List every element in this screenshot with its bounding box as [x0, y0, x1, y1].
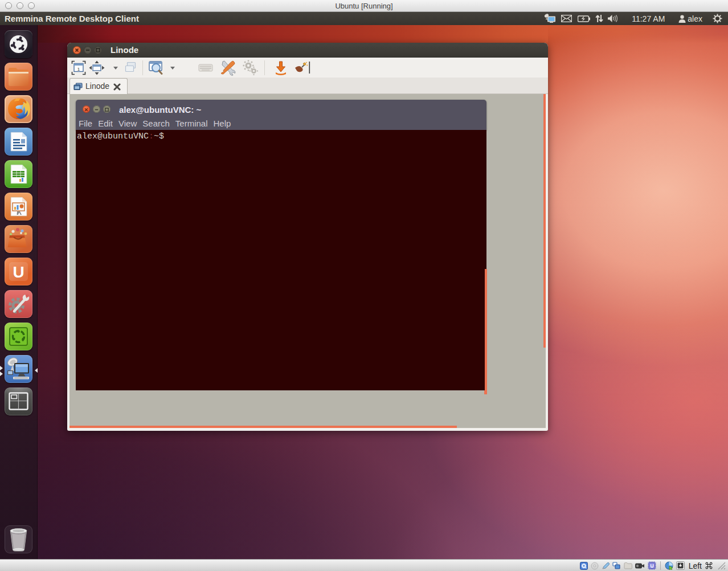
svg-text:U: U: [650, 563, 653, 569]
svg-text:1: 1: [77, 67, 80, 72]
svg-text:U: U: [13, 263, 24, 281]
